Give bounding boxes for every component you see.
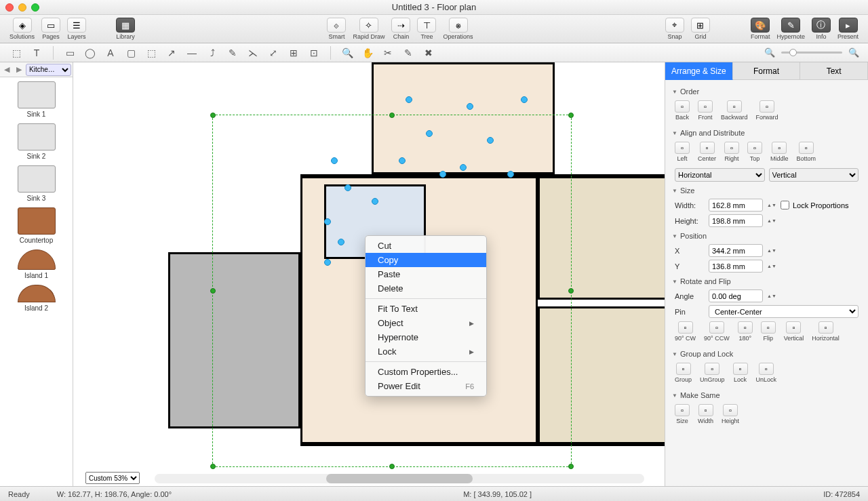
menu-hypernote[interactable]: Hypernote bbox=[366, 330, 486, 344]
rotate--cw-button[interactable]: ▫90° CW bbox=[675, 321, 696, 342]
group-ungroup-button[interactable]: ▫UnGroup bbox=[700, 363, 725, 383]
distribute-v-select[interactable]: Vertical bbox=[769, 168, 859, 182]
menu-custom-properties-[interactable]: Custom Properties... bbox=[366, 365, 486, 379]
lib-back-icon[interactable]: ◀ bbox=[1, 64, 12, 75]
order-back-button[interactable]: ▫Back bbox=[675, 100, 690, 121]
shape-tool-b4[interactable]: ⬚ bbox=[143, 46, 159, 60]
shape-tool-c3[interactable]: ✎ bbox=[400, 46, 416, 60]
hypernote-button[interactable]: ✎Hypernote bbox=[774, 16, 808, 41]
info-button[interactable]: ⓘInfo bbox=[809, 16, 833, 41]
menu-lock[interactable]: Lock bbox=[366, 344, 486, 359]
shape-tool-b0[interactable]: ▭ bbox=[62, 46, 78, 60]
shape-tool-b2[interactable]: A bbox=[102, 46, 119, 60]
lib-item-countertop[interactable]: Countertop bbox=[18, 207, 56, 244]
format-button[interactable]: 🎨Format bbox=[748, 16, 773, 41]
distribute-h-select[interactable]: Horizontal bbox=[675, 168, 765, 182]
lib-item-sink1[interactable]: Sink 1 bbox=[18, 81, 56, 118]
rotate--ccw-button[interactable]: ▫90° CCW bbox=[704, 321, 730, 342]
shape-tool-c2[interactable]: ✂ bbox=[380, 46, 396, 60]
order-front-button[interactable]: ▫Front bbox=[698, 100, 713, 121]
align-left-button[interactable]: ▫Left bbox=[675, 142, 690, 162]
rotate---button[interactable]: ▫180° bbox=[738, 321, 753, 342]
order-backward-button[interactable]: ▫Backward bbox=[721, 100, 748, 121]
section-same[interactable]: Make Same bbox=[672, 388, 861, 402]
inspector-tab-text[interactable]: Text bbox=[800, 62, 868, 80]
shape-tool-b8[interactable]: ✎ bbox=[224, 46, 241, 60]
shape-tool-b6[interactable]: — bbox=[184, 46, 200, 60]
align-center-button[interactable]: ▫Center bbox=[698, 142, 716, 162]
library-selector[interactable]: Kitche… bbox=[26, 64, 71, 76]
menu-cut[interactable]: Cut bbox=[366, 239, 486, 253]
ops-button[interactable]: ⎈Operations bbox=[440, 16, 475, 41]
section-group[interactable]: Group and Lock bbox=[672, 346, 861, 361]
height-input[interactable] bbox=[709, 214, 763, 227]
same-width-button[interactable]: ▫Width bbox=[698, 404, 713, 424]
align-right-button[interactable]: ▫Right bbox=[724, 142, 739, 162]
library-button[interactable]: ▦ Library bbox=[113, 16, 138, 41]
canvas[interactable]: CutCopyPasteDeleteFit To TextObjectHyper… bbox=[73, 62, 665, 486]
lib-item-sink2[interactable]: Sink 2 bbox=[18, 123, 56, 160]
rotate-flip-button[interactable]: ▫Flip bbox=[761, 321, 776, 342]
section-order[interactable]: Order bbox=[672, 84, 861, 98]
lock-proportions-checkbox[interactable] bbox=[781, 199, 789, 212]
menu-object[interactable]: Object bbox=[366, 316, 486, 330]
rapid-button[interactable]: ✧Rapid Draw bbox=[350, 16, 387, 41]
shape-tool-b7[interactable]: ⤴ bbox=[204, 46, 220, 60]
inspector-tab-arrange-size[interactable]: Arrange & Size bbox=[665, 62, 733, 80]
x-input[interactable] bbox=[709, 244, 763, 257]
smart-button[interactable]: ⟐Smart bbox=[324, 16, 349, 41]
menu-delete[interactable]: Delete bbox=[366, 281, 486, 296]
menu-copy[interactable]: Copy bbox=[366, 253, 486, 267]
inspector-tab-format[interactable]: Format bbox=[733, 62, 801, 80]
pages-button[interactable]: ▭Pages bbox=[39, 16, 63, 41]
shape-tool-a0[interactable]: ⬚ bbox=[8, 46, 24, 60]
section-position[interactable]: Position bbox=[672, 228, 861, 243]
group-lock-button[interactable]: ▫Lock bbox=[733, 363, 748, 383]
h-scrollbar[interactable] bbox=[155, 474, 644, 483]
same-size-button[interactable]: ▫Size bbox=[675, 404, 690, 424]
section-rotate[interactable]: Rotate and Flip bbox=[672, 274, 861, 288]
zoom-slider[interactable]: 🔍 🔍 bbox=[764, 47, 860, 59]
tree-button[interactable]: ⊤Tree bbox=[414, 16, 439, 41]
lib-item-island2[interactable]: Island 2 bbox=[18, 285, 56, 312]
shape-tool-c1[interactable]: ✋ bbox=[359, 46, 376, 60]
present-button[interactable]: ▸Present bbox=[835, 16, 861, 41]
shape-tool-c4[interactable]: ✖ bbox=[420, 46, 437, 60]
zoom-in-icon[interactable]: 🔍 bbox=[848, 47, 860, 59]
solutions-button[interactable]: ◈Solutions bbox=[7, 16, 37, 41]
lib-item-sink3[interactable]: Sink 3 bbox=[18, 165, 56, 202]
chain-button[interactable]: ⇢Chain bbox=[389, 16, 413, 41]
zoom-out-icon[interactable]: 🔍 bbox=[764, 47, 776, 59]
section-size[interactable]: Size bbox=[672, 183, 861, 197]
section-align[interactable]: Align and Distribute bbox=[672, 125, 861, 140]
shape-tool-b9[interactable]: ⋋ bbox=[245, 46, 261, 60]
lib-item-island1[interactable]: Island 1 bbox=[18, 249, 56, 279]
rotate-horizontal-button[interactable]: ▫Horizontal bbox=[812, 321, 840, 342]
same-height-button[interactable]: ▫Height bbox=[722, 404, 739, 424]
menu-power-edit[interactable]: Power EditF6 bbox=[366, 379, 486, 393]
snap-button[interactable]: ⌖Snap bbox=[663, 16, 687, 41]
layers-button[interactable]: ☰Layers bbox=[64, 16, 89, 41]
shape-tool-b3[interactable]: ▢ bbox=[123, 46, 139, 60]
grid-button[interactable]: ⊞Grid bbox=[688, 16, 713, 41]
shape-tool-c0[interactable]: 🔍 bbox=[339, 46, 355, 60]
group-unlock-button[interactable]: ▫UnLock bbox=[756, 363, 777, 383]
order-forward-button[interactable]: ▫Forward bbox=[756, 100, 778, 121]
menu-paste[interactable]: Paste bbox=[366, 267, 486, 281]
align-middle-button[interactable]: ▫Middle bbox=[770, 142, 789, 162]
lib-fwd-icon[interactable]: ▶ bbox=[14, 64, 24, 75]
width-input[interactable] bbox=[709, 199, 763, 212]
shape-tool-b11[interactable]: ⊞ bbox=[285, 46, 302, 60]
align-top-button[interactable]: ▫Top bbox=[747, 142, 762, 162]
group-group-button[interactable]: ▫Group bbox=[675, 363, 692, 383]
pin-select[interactable]: Center-Center bbox=[709, 305, 859, 318]
menu-fit-to-text[interactable]: Fit To Text bbox=[366, 302, 486, 316]
shape-tool-b1[interactable]: ◯ bbox=[82, 46, 98, 60]
y-input[interactable] bbox=[709, 260, 763, 273]
shape-tool-b5[interactable]: ↗ bbox=[163, 46, 180, 60]
zoom-select[interactable]: Custom 53% bbox=[85, 472, 140, 484]
angle-input[interactable] bbox=[709, 289, 763, 302]
shape-tool-b12[interactable]: ⊡ bbox=[306, 46, 322, 60]
shape-tool-a1[interactable]: T bbox=[28, 46, 45, 60]
shape-tool-b10[interactable]: ⤢ bbox=[265, 46, 281, 60]
